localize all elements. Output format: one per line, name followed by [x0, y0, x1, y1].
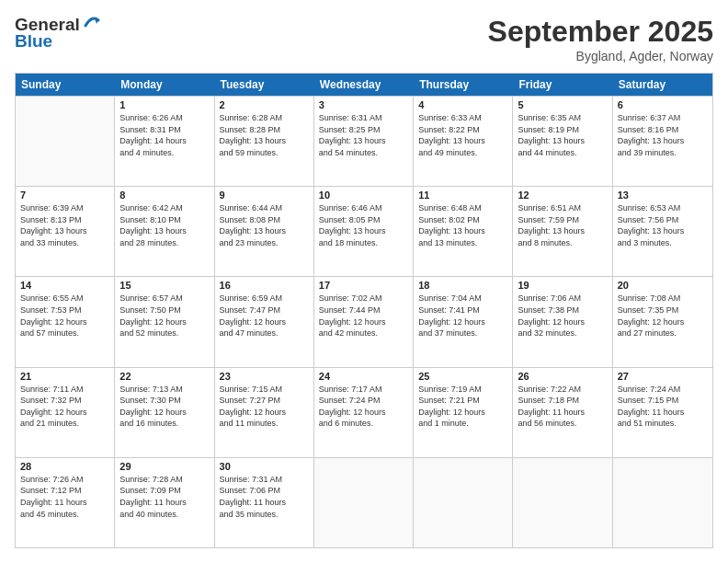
day-info: Sunrise: 7:15 AM Sunset: 7:27 PM Dayligh… — [220, 384, 309, 430]
day-info: Sunrise: 7:26 AM Sunset: 7:12 PM Dayligh… — [20, 474, 109, 520]
day-number: 2 — [220, 99, 309, 110]
logo-blue: Blue — [15, 31, 52, 52]
day-info: Sunrise: 6:48 AM Sunset: 8:02 PM Dayligh… — [418, 202, 507, 248]
location: Bygland, Agder, Norway — [488, 49, 713, 63]
weekday-header-friday: Friday — [513, 74, 612, 96]
day-info: Sunrise: 6:39 AM Sunset: 8:13 PM Dayligh… — [20, 202, 109, 248]
day-number: 5 — [518, 99, 607, 110]
day-info: Sunrise: 6:53 AM Sunset: 7:56 PM Dayligh… — [618, 202, 708, 248]
logo: General Blue — [15, 15, 102, 52]
day-info: Sunrise: 6:28 AM Sunset: 8:28 PM Dayligh… — [220, 112, 309, 158]
day-cell-10: 10Sunrise: 6:46 AM Sunset: 8:05 PM Dayli… — [314, 187, 414, 276]
day-number: 29 — [119, 461, 209, 472]
day-number: 27 — [618, 371, 708, 382]
day-info: Sunrise: 7:06 AM Sunset: 7:38 PM Dayligh… — [518, 293, 607, 339]
day-number: 12 — [518, 190, 607, 201]
empty-cell-r0c0 — [16, 97, 115, 186]
weekday-header-wednesday: Wednesday — [314, 74, 414, 96]
day-info: Sunrise: 6:46 AM Sunset: 8:05 PM Dayligh… — [319, 202, 408, 248]
day-info: Sunrise: 7:28 AM Sunset: 7:09 PM Dayligh… — [119, 474, 209, 520]
day-number: 25 — [418, 371, 507, 382]
empty-cell-r4c3 — [314, 458, 414, 547]
day-number: 21 — [20, 371, 109, 382]
day-number: 20 — [618, 280, 708, 291]
day-info: Sunrise: 6:51 AM Sunset: 7:59 PM Dayligh… — [518, 202, 607, 248]
day-number: 19 — [518, 280, 607, 291]
weekday-header-sunday: Sunday — [16, 74, 115, 96]
day-info: Sunrise: 7:17 AM Sunset: 7:24 PM Dayligh… — [319, 384, 408, 430]
day-cell-26: 26Sunrise: 7:22 AM Sunset: 7:18 PM Dayli… — [513, 368, 612, 457]
day-info: Sunrise: 6:26 AM Sunset: 8:31 PM Dayligh… — [119, 112, 209, 158]
weekday-header-saturday: Saturday — [613, 74, 712, 96]
day-number: 3 — [319, 99, 408, 110]
day-info: Sunrise: 7:11 AM Sunset: 7:32 PM Dayligh… — [20, 384, 109, 430]
day-number: 13 — [618, 190, 708, 201]
day-info: Sunrise: 6:35 AM Sunset: 8:19 PM Dayligh… — [518, 112, 607, 158]
day-cell-14: 14Sunrise: 6:55 AM Sunset: 7:53 PM Dayli… — [16, 277, 115, 366]
day-number: 11 — [418, 190, 507, 201]
day-number: 18 — [418, 280, 507, 291]
day-cell-18: 18Sunrise: 7:04 AM Sunset: 7:41 PM Dayli… — [414, 277, 513, 366]
day-info: Sunrise: 6:33 AM Sunset: 8:22 PM Dayligh… — [418, 112, 507, 158]
day-info: Sunrise: 7:08 AM Sunset: 7:35 PM Dayligh… — [618, 293, 708, 339]
calendar-row-5: 28Sunrise: 7:26 AM Sunset: 7:12 PM Dayli… — [16, 457, 712, 547]
day-number: 1 — [119, 99, 209, 110]
empty-cell-r4c5 — [513, 458, 612, 547]
day-number: 15 — [119, 280, 209, 291]
day-cell-4: 4Sunrise: 6:33 AM Sunset: 8:22 PM Daylig… — [414, 97, 513, 186]
day-cell-11: 11Sunrise: 6:48 AM Sunset: 8:02 PM Dayli… — [414, 187, 513, 276]
day-number: 30 — [220, 461, 309, 472]
empty-cell-r4c4 — [414, 458, 513, 547]
day-number: 24 — [319, 371, 408, 382]
day-cell-23: 23Sunrise: 7:15 AM Sunset: 7:27 PM Dayli… — [215, 368, 314, 457]
day-cell-5: 5Sunrise: 6:35 AM Sunset: 8:19 PM Daylig… — [513, 97, 612, 186]
calendar-row-3: 14Sunrise: 6:55 AM Sunset: 7:53 PM Dayli… — [16, 276, 712, 366]
month-title: September 2025 — [488, 15, 713, 49]
calendar: SundayMondayTuesdayWednesdayThursdayFrid… — [15, 73, 713, 548]
day-info: Sunrise: 7:22 AM Sunset: 7:18 PM Dayligh… — [518, 384, 607, 430]
weekday-header-monday: Monday — [115, 74, 214, 96]
day-number: 28 — [20, 461, 109, 472]
day-number: 10 — [319, 190, 408, 201]
weekday-header-tuesday: Tuesday — [215, 74, 314, 96]
day-info: Sunrise: 7:13 AM Sunset: 7:30 PM Dayligh… — [119, 384, 209, 430]
day-cell-24: 24Sunrise: 7:17 AM Sunset: 7:24 PM Dayli… — [314, 368, 414, 457]
day-cell-12: 12Sunrise: 6:51 AM Sunset: 7:59 PM Dayli… — [513, 187, 612, 276]
page: General Blue September 2025 Bygland, Agd… — [0, 0, 728, 563]
day-cell-16: 16Sunrise: 6:59 AM Sunset: 7:47 PM Dayli… — [215, 277, 314, 366]
day-info: Sunrise: 6:42 AM Sunset: 8:10 PM Dayligh… — [119, 202, 209, 248]
day-cell-17: 17Sunrise: 7:02 AM Sunset: 7:44 PM Dayli… — [314, 277, 414, 366]
logo-icon — [82, 13, 102, 33]
day-cell-13: 13Sunrise: 6:53 AM Sunset: 7:56 PM Dayli… — [613, 187, 712, 276]
day-cell-7: 7Sunrise: 6:39 AM Sunset: 8:13 PM Daylig… — [16, 187, 115, 276]
day-cell-22: 22Sunrise: 7:13 AM Sunset: 7:30 PM Dayli… — [115, 368, 214, 457]
weekday-header-thursday: Thursday — [414, 74, 513, 96]
calendar-header: SundayMondayTuesdayWednesdayThursdayFrid… — [16, 74, 712, 96]
calendar-body: 1Sunrise: 6:26 AM Sunset: 8:31 PM Daylig… — [16, 96, 712, 547]
day-info: Sunrise: 7:24 AM Sunset: 7:15 PM Dayligh… — [618, 384, 708, 430]
day-info: Sunrise: 7:04 AM Sunset: 7:41 PM Dayligh… — [418, 293, 507, 339]
empty-cell-r4c6 — [613, 458, 712, 547]
day-info: Sunrise: 6:44 AM Sunset: 8:08 PM Dayligh… — [220, 202, 309, 248]
day-cell-15: 15Sunrise: 6:57 AM Sunset: 7:50 PM Dayli… — [115, 277, 214, 366]
calendar-row-2: 7Sunrise: 6:39 AM Sunset: 8:13 PM Daylig… — [16, 186, 712, 276]
title-block: September 2025 Bygland, Agder, Norway — [488, 15, 713, 63]
day-info: Sunrise: 7:31 AM Sunset: 7:06 PM Dayligh… — [220, 474, 309, 520]
day-cell-2: 2Sunrise: 6:28 AM Sunset: 8:28 PM Daylig… — [215, 97, 314, 186]
day-info: Sunrise: 6:57 AM Sunset: 7:50 PM Dayligh… — [119, 293, 209, 339]
day-number: 6 — [618, 99, 708, 110]
calendar-row-1: 1Sunrise: 6:26 AM Sunset: 8:31 PM Daylig… — [16, 96, 712, 186]
day-info: Sunrise: 6:59 AM Sunset: 7:47 PM Dayligh… — [220, 293, 309, 339]
day-cell-19: 19Sunrise: 7:06 AM Sunset: 7:38 PM Dayli… — [513, 277, 612, 366]
day-info: Sunrise: 7:02 AM Sunset: 7:44 PM Dayligh… — [319, 293, 408, 339]
day-cell-3: 3Sunrise: 6:31 AM Sunset: 8:25 PM Daylig… — [314, 97, 414, 186]
day-cell-21: 21Sunrise: 7:11 AM Sunset: 7:32 PM Dayli… — [16, 368, 115, 457]
day-info: Sunrise: 7:19 AM Sunset: 7:21 PM Dayligh… — [418, 384, 507, 430]
header: General Blue September 2025 Bygland, Agd… — [15, 15, 713, 63]
day-number: 8 — [119, 190, 209, 201]
day-cell-29: 29Sunrise: 7:28 AM Sunset: 7:09 PM Dayli… — [115, 458, 214, 547]
day-cell-6: 6Sunrise: 6:37 AM Sunset: 8:16 PM Daylig… — [613, 97, 712, 186]
day-cell-1: 1Sunrise: 6:26 AM Sunset: 8:31 PM Daylig… — [115, 97, 214, 186]
day-cell-28: 28Sunrise: 7:26 AM Sunset: 7:12 PM Dayli… — [16, 458, 115, 547]
day-cell-20: 20Sunrise: 7:08 AM Sunset: 7:35 PM Dayli… — [613, 277, 712, 366]
